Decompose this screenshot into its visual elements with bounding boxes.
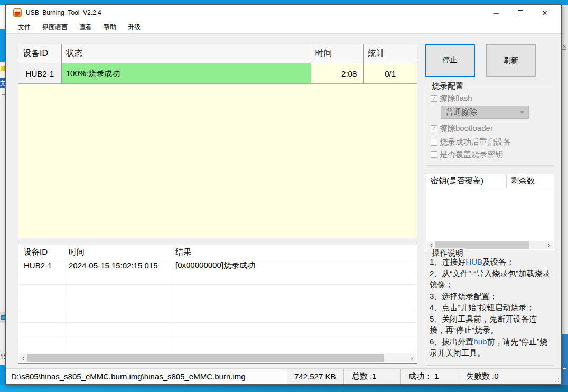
menu-language[interactable]: 界面语言 <box>42 23 68 32</box>
log-empty-row <box>18 310 417 323</box>
header-time: 时间 <box>311 44 364 63</box>
scroll-right-icon[interactable]: › <box>545 241 553 249</box>
chevron-down-icon <box>520 111 524 114</box>
checkbox-icon <box>431 139 437 146</box>
key-table-header: 密钥(是否覆盖) 剩余数 <box>426 174 554 188</box>
resize-grip[interactable] <box>554 377 560 382</box>
instr-line-5: 5、关闭工具前，先断开设备连接，再“停止”烧录。 <box>430 314 537 335</box>
instr-line-1: 1、连接好HUB及设备； <box>430 257 514 266</box>
device-row[interactable]: HUB2-1 100%:烧录成功 2:08 0/1 <box>18 63 417 84</box>
background-text-fragment: s <box>562 43 566 50</box>
status-file-size: 742,527 KB <box>287 369 344 384</box>
menubar: 文件 界面语言 查看 帮助 升级 <box>6 21 561 34</box>
background-window-sliver: s <box>562 5 568 387</box>
log-empty-row <box>18 335 417 348</box>
checkbox-erase-bootloader[interactable]: ✓ 擦除bootloader <box>431 124 493 134</box>
burn-status-cell: 100%:烧录成功 <box>62 63 311 84</box>
titlebar: USB_Burning_Tool_V2.2.4 ─ ✕ <box>6 5 561 21</box>
device-id-cell: HUB2-1 <box>18 63 62 84</box>
app-icon <box>13 8 22 17</box>
menu-upgrade[interactable]: 升级 <box>128 23 141 32</box>
background-number: 13 <box>0 351 5 365</box>
scroll-left-icon[interactable]: ‹ <box>19 354 27 362</box>
header-status: 状态 <box>62 44 311 63</box>
background-segment <box>0 29 5 62</box>
burn-time-cell: 2:08 <box>311 63 364 84</box>
desktop-gradient-strip <box>0 385 568 392</box>
maximize-icon <box>518 10 523 15</box>
erase-mode-value: 普通擦除 <box>441 107 520 117</box>
refresh-button[interactable]: 刷新 <box>486 44 536 77</box>
log-table-hscrollbar[interactable]: ‹ › <box>19 353 416 362</box>
log-empty-row <box>18 285 417 297</box>
background-segment <box>0 5 5 29</box>
log-empty-row <box>18 323 417 335</box>
status-failed-count: 失败数 :0 <box>458 369 562 384</box>
log-table-header: 设备ID 时间 结果 <box>18 245 417 259</box>
folder-icon <box>0 62 5 78</box>
log-empty-row <box>18 297 417 310</box>
computer-icon <box>0 312 5 323</box>
instr-line-6: 6、拔出外置hub前，请先“停止”烧录并关闭工具。 <box>430 337 547 358</box>
menu-help[interactable]: 帮助 <box>104 23 116 32</box>
usb-burning-tool-window: USB_Burning_Tool_V2.2.4 ─ ✕ 文件 界面语言 查看 帮… <box>5 4 562 385</box>
status-success-count: 成功： 1 <box>401 369 458 384</box>
status-bar: D:\s805\hinas_s805_eMMC.burn.img\hinas_s… <box>6 368 561 384</box>
maximize-button[interactable] <box>508 5 533 21</box>
device-table-header: 设备ID 状态 时间 统计 <box>18 44 417 63</box>
header-time: 时间 <box>64 245 171 259</box>
status-file-path: D:\s805\hinas_s805_eMMC.burn.img\hinas_s… <box>6 369 287 384</box>
header-key: 密钥(是否覆盖) <box>426 174 507 188</box>
header-stats: 统计 <box>364 44 417 63</box>
checkbox-label: 擦除bootloader <box>440 124 493 134</box>
header-device-id: 设备ID <box>18 44 62 63</box>
log-row[interactable]: HUB2-1 2024-05-15 15:02:15 015 [0x000000… <box>18 259 417 272</box>
burn-stats-cell: 0/1 <box>364 63 417 84</box>
list-icon <box>562 334 568 387</box>
log-time: 2024-05-15 15:02:15 015 <box>64 259 171 272</box>
checkbox-icon: ✓ <box>431 95 437 102</box>
minimize-button[interactable]: ─ <box>484 5 508 21</box>
scroll-right-icon[interactable]: › <box>408 354 416 362</box>
menu-file[interactable]: 文件 <box>18 23 31 32</box>
background-explorer-window-sliver: 文 ← 13 <box>0 5 5 387</box>
background-label: 文 <box>0 78 5 88</box>
instructions-group: 操作说明 1、连接好HUB及设备； 2、从“文件”-“导入烧录包”加载烧录镜像；… <box>426 253 554 366</box>
scrollbar-thumb[interactable] <box>27 354 384 362</box>
window-controls: ─ ✕ <box>484 5 557 21</box>
status-total-count: 总数 :1 <box>344 369 401 384</box>
burn-config-group: 烧录配置 ✓ 擦除flash 普通擦除 ✓ 擦除bootloader 烧录成功后… <box>426 86 554 166</box>
log-empty-row <box>18 272 417 285</box>
log-table: 设备ID 时间 结果 HUB2-1 2024-05-15 15:02:15 01… <box>18 245 417 364</box>
header-device-id: 设备ID <box>18 245 64 259</box>
instr-line-4: 4、点击“开始”按钮启动烧录； <box>430 303 534 312</box>
menu-view[interactable]: 查看 <box>79 23 92 32</box>
device-progress-table: 设备ID 状态 时间 统计 HUB2-1 100%:烧录成功 2:08 0/1 <box>18 44 417 238</box>
stop-button[interactable]: 停止 <box>425 44 475 77</box>
checkbox-icon <box>431 151 437 158</box>
erase-mode-dropdown[interactable]: 普通擦除 <box>441 106 529 119</box>
close-button[interactable]: ✕ <box>533 5 557 21</box>
instr-line-3: 3、选择烧录配置； <box>430 292 497 301</box>
checkbox-label: 烧录成功后重启设备 <box>440 137 511 147</box>
header-remaining: 剩余数 <box>507 174 554 188</box>
burn-config-title: 烧录配置 <box>430 81 465 91</box>
scrollbar-thumb[interactable] <box>435 241 529 249</box>
key-table: 密钥(是否覆盖) 剩余数 ‹ › <box>426 174 554 250</box>
back-arrow-icon: ← <box>0 88 5 99</box>
checkbox-overwrite-key[interactable]: 是否覆盖烧录密钥 <box>431 150 503 160</box>
checkbox-reboot-after-success[interactable]: 烧录成功后重启设备 <box>431 137 511 147</box>
instr-line-2: 2、从“文件”-“导入烧录包”加载烧录镜像； <box>430 269 550 290</box>
background-segment <box>0 365 5 387</box>
log-result: [0x00000000]烧录成功 <box>171 259 417 272</box>
checkbox-label: 是否覆盖烧录密钥 <box>440 150 503 160</box>
log-device-id: HUB2-1 <box>18 259 64 272</box>
checkbox-icon: ✓ <box>431 125 437 132</box>
instructions-text: 1、连接好HUB及设备； 2、从“文件”-“导入烧录包”加载烧录镜像； 3、选择… <box>430 256 552 359</box>
checkbox-label: 擦除flash <box>440 94 472 104</box>
header-result: 结果 <box>171 245 417 259</box>
desktop: 文 ← 13 s USB_Burning_Tool_V2.2.4 ─ ✕ 文件 … <box>0 0 568 392</box>
checkbox-erase-flash[interactable]: ✓ 擦除flash <box>431 94 472 104</box>
window-title: USB_Burning_Tool_V2.2.4 <box>26 9 101 16</box>
